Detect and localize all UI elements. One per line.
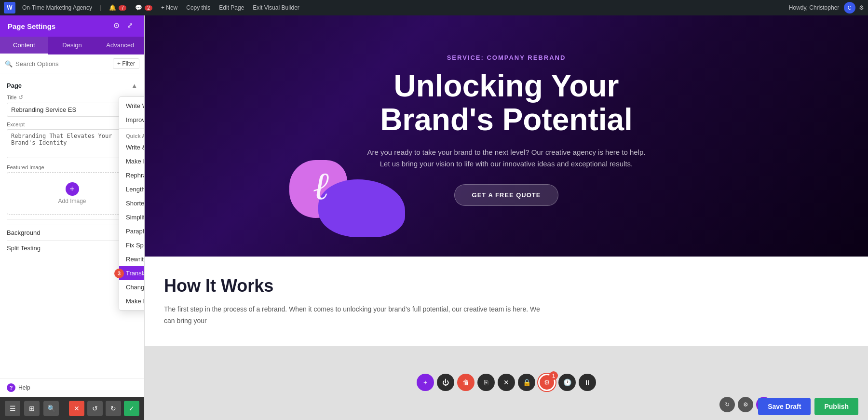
page-section-header: Page ▲ (7, 82, 137, 89)
tab-content[interactable]: Content (0, 37, 48, 54)
page-section-label: Page (7, 82, 22, 89)
title-reset-icon[interactable]: ↺ (18, 94, 23, 101)
canvas-settings-icon[interactable]: ⚙ (738, 397, 753, 412)
fix-spelling-item[interactable]: Fix Spelling & Grammar (119, 238, 145, 252)
hero-service-label: SERVICE: COMPANY REBRAND (164, 54, 849, 61)
write-replace-item[interactable]: Write & Replace (119, 140, 145, 154)
hero-section: SERVICE: COMPANY REBRAND Unlocking Your … (145, 15, 868, 257)
rewrite-for-item[interactable]: Rewrite For▶ (119, 252, 145, 266)
topbar-edit-page[interactable]: Edit Page (217, 4, 246, 11)
improve-with-ai-item[interactable]: Improve With AI (119, 113, 145, 127)
topbar-copy-this[interactable]: Copy this (184, 4, 212, 11)
sidebar-footer: ? Help (0, 378, 144, 397)
make-it-better-item[interactable]: Make It Better (119, 154, 145, 168)
title-field-row: AI 2 (7, 103, 137, 117)
redo-btn[interactable]: ↻ (106, 401, 121, 416)
add-image-label: Add Image (58, 198, 86, 204)
topbar-user: Howdy, Christopher C ⚙ (789, 2, 864, 14)
featured-image-label: Featured Image (7, 164, 137, 170)
ft-clock-btn[interactable]: 🕐 (558, 374, 576, 391)
hero-cta-button[interactable]: GET A FREE QUOTE (454, 184, 559, 206)
topbar-exit-vb[interactable]: Exit Visual Builder (251, 4, 301, 11)
sidebar-bottom-bar: ☰ ⊞ 🔍 ✕ ↺ ↻ ✓ (0, 397, 144, 420)
topbar-site-name[interactable]: On-Time Marketing Agency (20, 4, 94, 11)
ft-settings-btn[interactable]: ⚙ 1 (538, 374, 556, 391)
ft-add-btn[interactable]: + (417, 374, 434, 391)
ft-trash-btn[interactable]: 🗑 (457, 374, 475, 391)
shorten-item[interactable]: Shorten (119, 196, 145, 210)
bottom-bar-left: ☰ ⊞ 🔍 (5, 401, 59, 416)
badge-3: 3 (114, 269, 124, 278)
topbar-new[interactable]: + New (159, 4, 179, 11)
search-icon-btn[interactable]: 🔍 (43, 401, 59, 416)
title-field-label: Title ↺ (7, 94, 137, 101)
grid-icon-btn[interactable]: ⊞ (24, 401, 40, 416)
topbar-screen-options[interactable]: ⚙ (859, 4, 864, 11)
topbar-comments[interactable]: 💬 2 (133, 4, 154, 11)
canvas-refresh-icon[interactable]: ↻ (719, 397, 735, 412)
ft-close-btn[interactable]: ✕ (498, 374, 515, 391)
canvas-area: SERVICE: COMPANY REBRAND Unlocking Your … (145, 15, 868, 420)
sidebar-header: Page Settings ⊙ ⤢ (0, 15, 144, 37)
page-section-chevron[interactable]: ▲ (131, 82, 137, 89)
change-tone-item[interactable]: Change Tone▶ (119, 280, 145, 294)
ft-lock-btn[interactable]: 🔒 (518, 374, 535, 391)
background-section: Background (7, 225, 137, 240)
filter-button[interactable]: + Filter (113, 58, 139, 69)
user-avatar: C (844, 2, 855, 14)
topbar-notif[interactable]: 🔔 7 (107, 4, 128, 11)
tab-advanced[interactable]: Advanced (96, 37, 144, 54)
ft-power-btn[interactable]: ⏻ (437, 374, 454, 391)
menu-icon-btn[interactable]: ☰ (5, 401, 20, 416)
bottom-bar-right: ✕ ↺ ↻ ✓ (69, 401, 139, 416)
badge-1: 1 (549, 371, 558, 380)
ft-copy-btn[interactable]: ⎘ (477, 374, 495, 391)
make-it-more-item[interactable]: Make It More▶ (119, 294, 145, 308)
publish-button[interactable]: Publish (814, 398, 858, 415)
confirm-btn[interactable]: ✓ (124, 401, 139, 416)
split-testing-section: Split Testing ▼ (7, 240, 137, 256)
help-badge-icon: ? (7, 383, 15, 392)
how-it-works-title: How It Works (164, 276, 849, 296)
save-draft-button[interactable]: Save Draft (758, 398, 811, 415)
background-label: Background (7, 229, 40, 236)
excerpt-textarea[interactable]: Rebranding That Elevates Your Brand's Id… (7, 129, 137, 158)
sidebar-header-icons: ⊙ ⤢ (113, 21, 136, 31)
help-label[interactable]: Help (18, 384, 30, 391)
page-settings-title: Page Settings (8, 22, 55, 30)
hero-title: Unlocking Your Brand's Potential (164, 69, 849, 137)
lengthen-item[interactable]: Lengthen (119, 182, 145, 196)
rephrase-item[interactable]: Rephrase (119, 168, 145, 182)
paraphrase-item[interactable]: Paraphrase (119, 224, 145, 238)
title-input[interactable] (7, 103, 121, 117)
excerpt-field-label: Excerpt (7, 122, 137, 127)
sidebar-search: 🔍 + Filter (0, 54, 144, 73)
add-image-plus-icon: + (66, 182, 79, 196)
sidebar-expand-icon[interactable]: ⤢ (127, 21, 136, 31)
cancel-btn[interactable]: ✕ (69, 401, 84, 416)
sidebar-tabs: Content Design Advanced (0, 37, 144, 54)
hero-subtitle: Are you ready to take your brand to the … (366, 147, 646, 170)
write-with-ai-item[interactable]: Write With AI (119, 99, 145, 113)
search-icon: 🔍 (5, 60, 13, 68)
topbar: W On-Time Marketing Agency | 🔔 7 💬 2 + N… (0, 0, 868, 15)
hero-letter: ℓ (313, 164, 330, 208)
featured-image-box[interactable]: + Add Image (7, 172, 137, 215)
left-sidebar: Page Settings ⊙ ⤢ Content Design Advance… (0, 15, 145, 420)
tab-design[interactable]: Design (48, 37, 96, 54)
save-bar: Save Draft Publish (758, 398, 858, 415)
how-it-works-section: How It Works The first step in the proce… (145, 257, 868, 346)
quick-actions-label: Quick Actions (119, 130, 145, 140)
undo-btn[interactable]: ↺ (87, 401, 103, 416)
ft-pause-btn[interactable]: ⏸ (579, 374, 596, 391)
floating-toolbar: + ⏻ 🗑 ⎘ ✕ 🔒 ⚙ 1 🕐 ⏸ (417, 374, 596, 391)
translate-item[interactable]: Translate▶ 3 (119, 266, 145, 280)
simplify-item[interactable]: Simplify (119, 210, 145, 224)
sidebar-pin-icon[interactable]: ⊙ (113, 21, 123, 31)
split-testing-label: Split Testing (7, 244, 41, 252)
hero-blob-purple (318, 179, 405, 237)
search-input[interactable] (15, 60, 110, 68)
ai-context-menu: Write With AI Improve With AI Quick Acti… (119, 96, 145, 311)
wp-logo-icon[interactable]: W (4, 2, 15, 14)
how-it-works-body: The first step in the process of a rebra… (164, 304, 550, 327)
